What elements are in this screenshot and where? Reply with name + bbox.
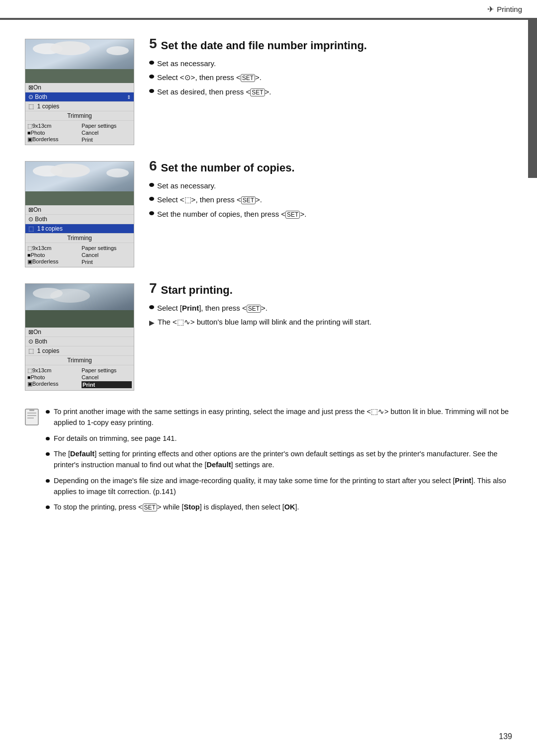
step5-screen: ⊠On ⊙ Both ⇕ ⬚ 1 copies Trimming ⬚9x13cm… xyxy=(25,39,134,145)
step6-image xyxy=(25,162,134,205)
main-content: ⊠On ⊙ Both ⇕ ⬚ 1 copies Trimming ⬚9x13cm… xyxy=(0,19,537,756)
note-item-3: The [Default] setting for printing effec… xyxy=(46,449,512,471)
step7-bullet-1: Select [Print], then press <SET>. xyxy=(149,303,512,314)
svg-rect-4 xyxy=(29,409,34,411)
step5-bottom-left: ⬚9x13cm ■Photo ▣Borderless xyxy=(25,122,80,144)
print-icon: ✈ xyxy=(487,4,494,14)
header-title: ✈ Printing xyxy=(487,4,522,14)
notes-section: To print another image with the same set… xyxy=(25,407,512,518)
step5-screen-bottom: ⬚9x13cm ■Photo ▣Borderless Paper setting… xyxy=(25,121,134,145)
step5-bullet-3: Set as desired, then press <SET>. xyxy=(149,86,512,97)
step5-menu: ⊠On ⊙ Both ⇕ ⬚ 1 copies Trimming xyxy=(25,83,134,121)
step7-menu-on: ⊠On xyxy=(25,328,134,337)
step7-bullets: Select [Print], then press <SET>. ▶ The … xyxy=(149,303,512,328)
step7-screen-bottom: ⬚9x13cm ■Photo ▣Borderless Paper setting… xyxy=(25,365,134,390)
step5-bottom-right: Paper settings Cancel Print xyxy=(80,122,134,144)
step6-screen: ⊠On ⊙ Both ⬚ 1⇕copies Trimming ⬚9x13cm ■… xyxy=(25,161,134,267)
step7-screen: ⊠On ⊙ Both ⬚ 1 copies Trimming ⬚9x13cm ■… xyxy=(25,283,134,391)
step6-bottom-left: ⬚9x13cm ■Photo ▣Borderless xyxy=(25,244,80,266)
step6-bullets: Set as necessary. Select <⬚>, then press… xyxy=(149,180,512,220)
step6-bottom-right: Paper settings Cancel Print xyxy=(80,244,134,266)
step6-menu-trimming: Trimming xyxy=(25,234,134,243)
note-item-5: To stop the printing, press <SET> while … xyxy=(46,502,512,513)
step5-bullets: Set as necessary. Select <⊙>, then press… xyxy=(149,58,512,97)
step6-menu-both: ⊙ Both xyxy=(25,215,134,224)
step-7-section: ⊠On ⊙ Both ⬚ 1 copies Trimming ⬚9x13cm ■… xyxy=(25,283,512,391)
step6-bullet-3: Set the number of copies, then press <SE… xyxy=(149,209,512,220)
step7-instructions: 7 Start printing. Select [Print], then p… xyxy=(149,283,512,391)
step5-menu-on: ⊠On xyxy=(25,83,134,92)
step7-title: 7 Start printing. xyxy=(149,283,512,298)
note-item-1: To print another image with the same set… xyxy=(46,407,512,428)
header-text: Printing xyxy=(497,5,522,13)
step5-image xyxy=(25,39,134,83)
step-6-section: ⊠On ⊙ Both ⬚ 1⇕copies Trimming ⬚9x13cm ■… xyxy=(25,161,512,267)
step6-bullet-2: Select <⬚>, then press <SET>. xyxy=(149,194,512,205)
note-item-2: For details on trimming, see page 141. xyxy=(46,433,512,444)
notes-icon xyxy=(25,409,39,428)
step6-instructions: 6 Set the number of copies. Set as neces… xyxy=(149,161,512,267)
step5-instructions: 5 Set the date and file number imprintin… xyxy=(149,39,512,145)
step6-bullet-1: Set as necessary. xyxy=(149,180,512,191)
step6-title: 6 Set the number of copies. xyxy=(149,161,512,175)
step7-bottom-right: Paper settings Cancel Print xyxy=(80,366,134,389)
step5-menu-copies: ⬚ 1 copies xyxy=(25,102,134,111)
header: ✈ Printing xyxy=(0,0,537,19)
step5-bullet-2: Select <⊙>, then press <SET>. xyxy=(149,72,512,83)
notes-bullets: To print another image with the same set… xyxy=(46,407,512,513)
step7-menu-copies: ⬚ 1 copies xyxy=(25,346,134,356)
step7-image xyxy=(25,284,134,328)
step5-bullet-1: Set as necessary. xyxy=(149,58,512,69)
step7-menu: ⊠On ⊙ Both ⬚ 1 copies Trimming xyxy=(25,328,134,365)
note-item-4: Depending on the image's file size and i… xyxy=(46,476,512,498)
step7-menu-trimming: Trimming xyxy=(25,356,134,365)
step6-menu-on: ⊠On xyxy=(25,205,134,215)
step6-menu: ⊠On ⊙ Both ⬚ 1⇕copies Trimming xyxy=(25,205,134,243)
step5-menu-trimming: Trimming xyxy=(25,111,134,121)
step6-menu-copies: ⬚ 1⇕copies xyxy=(25,224,134,234)
notes-content: To print another image with the same set… xyxy=(46,407,512,518)
page-number: 139 xyxy=(499,732,512,741)
step7-bottom-left: ⬚9x13cm ■Photo ▣Borderless xyxy=(25,366,80,389)
svg-rect-0 xyxy=(25,409,38,425)
step5-title: 5 Set the date and file number imprintin… xyxy=(149,39,512,53)
step7-bullet-2: ▶ The <⬚∿> button's blue lamp will blink… xyxy=(149,317,512,328)
step-5-section: ⊠On ⊙ Both ⇕ ⬚ 1 copies Trimming ⬚9x13cm… xyxy=(25,39,512,145)
step6-screen-bottom: ⬚9x13cm ■Photo ▣Borderless Paper setting… xyxy=(25,243,134,267)
step7-menu-both: ⊙ Both xyxy=(25,337,134,346)
step5-menu-both: ⊙ Both ⇕ xyxy=(25,92,134,102)
